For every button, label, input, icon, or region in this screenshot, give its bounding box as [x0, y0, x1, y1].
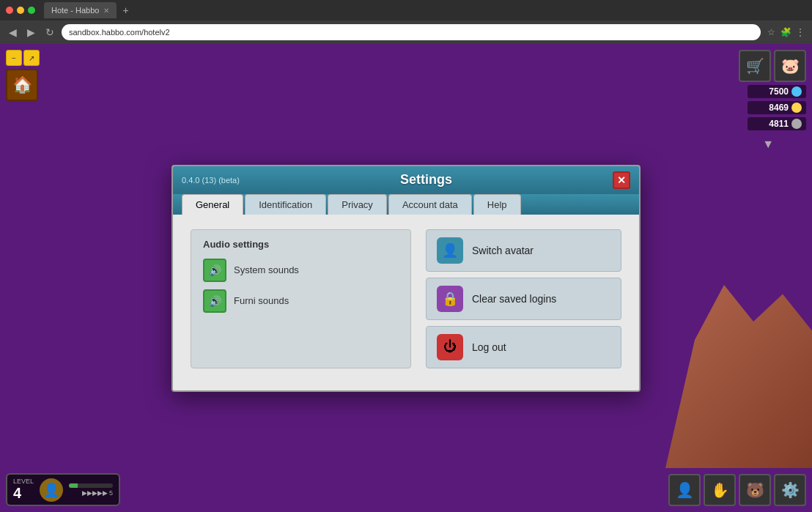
log-out-label: Log out: [472, 341, 506, 353]
furni-sound-icon: 🔊: [209, 295, 221, 307]
back-button[interactable]: ◀: [6, 25, 20, 40]
minimize-window-btn[interactable]: [17, 7, 24, 14]
new-tab-button[interactable]: +: [119, 4, 131, 16]
clear-saved-logins-button[interactable]: 🔒 Clear saved logins: [426, 278, 621, 320]
menu-icon[interactable]: ⋮: [794, 26, 806, 38]
settings-dialog: 0.4.0 (13) (beta) Settings ✕ General Ide…: [171, 165, 641, 392]
dialog-titlebar: 0.4.0 (13) (beta) Settings ✕: [173, 166, 639, 194]
furni-sounds-toggle[interactable]: 🔊: [203, 289, 226, 313]
close-window-btn[interactable]: [6, 7, 13, 14]
system-sounds-option: 🔊 System sounds: [203, 259, 399, 282]
nav-actions: ☆ 🧩 ⋮: [765, 26, 806, 38]
tab-close-btn[interactable]: ✕: [103, 7, 109, 15]
tab-identification[interactable]: Identification: [245, 194, 326, 215]
switch-avatar-icon: 👤: [437, 237, 463, 264]
maximize-window-btn[interactable]: [28, 7, 35, 14]
tab-title: Hote - Habbo: [51, 6, 99, 15]
game-area: − ↗ 🏠 🛒 🐷 7500 8469 4811 ▼: [0, 44, 812, 512]
switch-avatar-label: Switch avatar: [472, 245, 534, 256]
log-out-icon: ⏻: [437, 334, 463, 360]
system-sounds-label: System sounds: [234, 264, 299, 275]
active-browser-tab[interactable]: Hote - Habbo ✕: [44, 2, 117, 18]
traffic-lights: [6, 7, 35, 14]
dialog-body: Audio settings 🔊 System sounds 🔊 Furni s…: [173, 215, 639, 390]
address-input[interactable]: [62, 24, 761, 40]
sound-on-icon: 🔊: [209, 264, 221, 276]
dialog-title: Settings: [400, 172, 452, 188]
tab-general[interactable]: General: [182, 194, 243, 215]
switch-avatar-button[interactable]: 👤 Switch avatar: [426, 229, 621, 272]
actions-panel: 👤 Switch avatar 🔒 Clear saved logins ⏻: [426, 229, 621, 368]
tab-account-data[interactable]: Account data: [388, 194, 472, 215]
nav-bar: ◀ ▶ ↻ ☆ 🧩 ⋮: [0, 21, 812, 44]
audio-panel: Audio settings 🔊 System sounds 🔊 Furni s…: [191, 229, 411, 368]
refresh-button[interactable]: ↻: [43, 25, 57, 40]
modal-overlay: 0.4.0 (13) (beta) Settings ✕ General Ide…: [0, 44, 812, 512]
clear-logins-icon: 🔒: [437, 286, 463, 312]
tab-bar: Hote - Habbo ✕ +: [0, 0, 812, 21]
tab-privacy[interactable]: Privacy: [328, 194, 387, 215]
tab-help[interactable]: Help: [473, 194, 521, 215]
furni-sounds-option: 🔊 Furni sounds: [203, 289, 399, 313]
dialog-close-button[interactable]: ✕: [613, 171, 630, 189]
system-sounds-toggle[interactable]: 🔊: [203, 259, 226, 282]
furni-sounds-label: Furni sounds: [234, 295, 289, 306]
log-out-button[interactable]: ⏻ Log out: [426, 326, 621, 368]
bookmark-icon[interactable]: ☆: [765, 26, 777, 38]
dialog-tabs: General Identification Privacy Account d…: [173, 194, 639, 215]
audio-panel-title: Audio settings: [203, 239, 399, 250]
forward-button[interactable]: ▶: [24, 25, 38, 40]
browser-chrome: Hote - Habbo ✕ + ◀ ▶ ↻ ☆ 🧩 ⋮: [0, 0, 812, 44]
dialog-version: 0.4.0 (13) (beta): [182, 176, 240, 185]
clear-saved-logins-label: Clear saved logins: [472, 293, 556, 305]
extensions-icon[interactable]: 🧩: [780, 26, 791, 38]
